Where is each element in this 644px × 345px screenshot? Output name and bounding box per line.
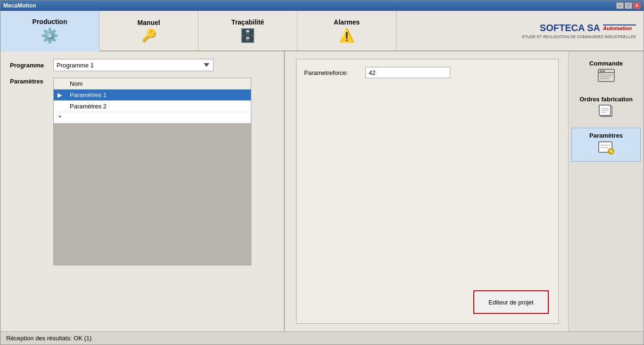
main-content: Programme Programme 1 Programme 2 Paramè…	[0, 51, 644, 331]
minimize-button[interactable]: ─	[616, 2, 624, 9]
new-row-indicator: *	[54, 112, 66, 123]
svg-rect-3	[603, 70, 605, 72]
svg-rect-2	[600, 70, 602, 72]
right-sidebar: Commande Ordres fabrication	[568, 51, 644, 331]
brand-name: SOFTECA SA	[540, 23, 600, 33]
sidebar-item-parametres[interactable]: Paramètres ✎	[571, 128, 641, 162]
tab-alarmes-label: Alarmes	[334, 18, 360, 26]
tab-alarmes[interactable]: Alarmes ⚠️	[297, 11, 396, 50]
sidebar-ordres-label: Ordres fabrication	[579, 96, 633, 103]
right-panel: Parametreforce: Editeur de projet	[287, 51, 568, 331]
params-table-container: Nom ▶ Paramètres 1 Paramètres	[53, 78, 251, 265]
manuel-icon: 🔑	[141, 28, 157, 43]
status-message: Réception des résultats: OK (1)	[6, 335, 91, 342]
detail-box: Parametreforce: Editeur de projet	[296, 59, 559, 324]
navigation-bar: Production ⚙️ Manuel 🔑 Traçabilité 🗄️ Al…	[0, 11, 644, 51]
table-row[interactable]: Paramètres 2	[54, 101, 251, 112]
tab-tracabilite[interactable]: Traçabilité 🗄️	[198, 11, 297, 50]
sidebar-item-ordres-fabrication[interactable]: Ordres fabrication	[571, 92, 641, 124]
param-force-row: Parametreforce:	[304, 67, 551, 78]
tab-manuel[interactable]: Manuel 🔑	[99, 11, 198, 50]
table-row-new[interactable]: *	[54, 112, 251, 123]
table-row[interactable]: ▶ Paramètres 1	[54, 90, 251, 101]
commande-icon	[598, 69, 615, 84]
params-row: Paramètres Nom ▶	[10, 78, 272, 265]
title-bar-title: MecaMotion	[3, 2, 36, 9]
param-force-input[interactable]	[365, 67, 450, 78]
programme-label: Programme	[10, 62, 48, 69]
param-row-2-name: Paramètres 2	[66, 101, 251, 112]
new-row-cell	[66, 112, 251, 123]
param-row-1-name: Paramètres 1	[66, 90, 251, 101]
params-table: Nom ▶ Paramètres 1 Paramètres	[54, 78, 251, 123]
panel-separator	[284, 51, 285, 331]
row-indicator-2	[54, 101, 66, 112]
title-bar: MecaMotion ─ □ ✕	[0, 0, 644, 11]
tab-production-label: Production	[33, 18, 67, 25]
tracabilite-icon: 🗄️	[239, 28, 256, 43]
status-bar: Réception des résultats: OK (1)	[0, 331, 644, 345]
tab-manuel-label: Manuel	[137, 19, 160, 26]
tab-production[interactable]: Production ⚙️	[0, 11, 99, 51]
programme-row: Programme Programme 1 Programme 2	[10, 59, 272, 71]
alarmes-icon: ⚠️	[339, 28, 355, 43]
parametres-sidebar-icon: ✎	[598, 141, 615, 157]
ordres-icon	[598, 105, 615, 120]
sidebar-commande-label: Commande	[589, 60, 623, 67]
main-window: MecaMotion ─ □ ✕ Production ⚙️ Manuel 🔑 …	[0, 0, 644, 345]
row-indicator-1: ▶	[54, 90, 66, 101]
params-gray-area	[54, 123, 251, 265]
tab-tracabilite-label: Traçabilité	[231, 18, 264, 26]
nav-spacer	[396, 11, 514, 50]
left-panel: Programme Programme 1 Programme 2 Paramè…	[0, 51, 282, 331]
svg-text:✎: ✎	[609, 149, 613, 154]
close-button[interactable]: ✕	[633, 2, 641, 9]
app-title: MecaMotion	[3, 2, 36, 9]
sidebar-item-commande[interactable]: Commande	[571, 56, 641, 88]
params-label: Paramètres	[10, 78, 48, 85]
brand-tagline: Automation	[603, 25, 632, 31]
param-force-label: Parametreforce:	[304, 69, 361, 76]
editeur-de-projet-button[interactable]: Editeur de projet	[473, 290, 549, 314]
production-icon: ⚙️	[41, 27, 58, 44]
maximize-button[interactable]: □	[625, 2, 632, 9]
params-table-wrapper: Nom ▶ Paramètres 1 Paramètres	[53, 78, 251, 265]
brand-line1: ETUDE ET REALISATION DE COMMANDES INDUST…	[522, 34, 636, 39]
col-nom: Nom	[66, 78, 251, 90]
brand-logo: SOFTECA SA Automation ETUDE ET REALISATI…	[514, 11, 644, 50]
programme-select[interactable]: Programme 1 Programme 2	[53, 59, 214, 71]
col-indicator	[54, 78, 66, 90]
sidebar-parametres-label: Paramètres	[589, 132, 623, 139]
title-bar-controls: ─ □ ✕	[616, 2, 641, 9]
